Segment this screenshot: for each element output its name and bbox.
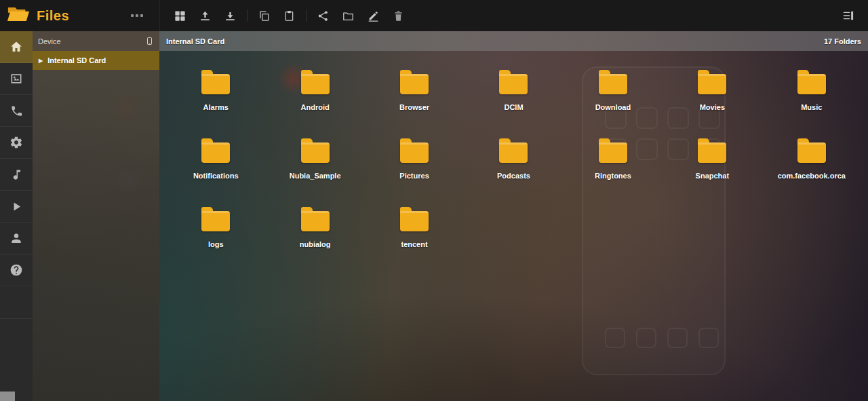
folder-icon	[400, 211, 429, 231]
gallery-image-icon	[9, 72, 23, 85]
folder-item[interactable]: com.facebook.orca	[762, 137, 861, 190]
rail-item-music[interactable]	[0, 159, 33, 191]
folder-label: logs	[208, 240, 224, 248]
device-label: Device	[38, 37, 61, 45]
folder-item[interactable]: Browser	[365, 69, 464, 121]
delete-button[interactable]	[388, 5, 408, 26]
folder-icon	[797, 142, 826, 163]
gear-icon	[9, 136, 23, 149]
copy-button[interactable]	[254, 5, 274, 26]
folder-icon	[599, 74, 627, 94]
sidebar: Device ▶ Internal SD Card	[33, 31, 159, 401]
folder-item[interactable]: Podcasts	[464, 137, 563, 190]
play-icon	[10, 200, 23, 213]
folder-label: Podcasts	[497, 172, 530, 180]
rail-spacer	[0, 286, 33, 319]
folder-item[interactable]: Movies	[663, 69, 762, 121]
upload-button[interactable]	[195, 5, 215, 26]
rail-item-settings[interactable]	[0, 127, 33, 159]
folder-icon	[698, 74, 726, 94]
current-location-label: Internal SD Card	[166, 37, 224, 45]
folder-icon	[400, 142, 429, 163]
toolbar-separator	[306, 9, 307, 22]
folder-icon	[301, 211, 330, 231]
folder-item[interactable]: tencent	[365, 206, 464, 259]
folder-icon	[698, 142, 726, 163]
download-button[interactable]	[220, 5, 240, 26]
person-icon	[9, 231, 23, 245]
overflow-menu-icon[interactable]	[131, 14, 143, 17]
folder-item[interactable]: Download	[564, 69, 663, 121]
path-bar: Internal SD Card 17 Folders	[159, 31, 868, 51]
tree-expander-icon[interactable]: ▶	[39, 58, 43, 64]
folder-item[interactable]: Notifications	[166, 137, 265, 190]
details-panel-button[interactable]	[838, 5, 859, 26]
rename-button[interactable]	[363, 5, 383, 26]
smartphone-icon	[145, 36, 154, 46]
folder-icon	[201, 142, 230, 163]
rail-item-contacts[interactable]	[0, 223, 33, 254]
rename-edit-icon	[367, 9, 380, 22]
folder-icon	[599, 142, 627, 163]
folder-label: Android	[301, 103, 330, 111]
sidebar-item-label: Internal SD Card	[47, 56, 106, 64]
top-bar: Files	[0, 0, 868, 31]
folder-icon	[301, 74, 330, 94]
folder-label: Movies	[700, 103, 725, 111]
rail-item-videos[interactable]	[0, 191, 33, 223]
rail-filler	[0, 319, 33, 392]
folder-icon	[400, 74, 429, 94]
new-folder-icon	[342, 9, 355, 22]
toolbar	[159, 0, 868, 31]
toolbar-separator	[247, 9, 248, 22]
copy-icon	[258, 9, 271, 22]
app-title: Files	[37, 8, 69, 24]
folder-item[interactable]: Snapchat	[663, 137, 762, 190]
trash-icon	[392, 9, 405, 22]
folder-icon	[499, 74, 528, 94]
view-grid-button[interactable]	[170, 5, 190, 26]
download-icon	[224, 9, 237, 22]
folder-label: Snapchat	[696, 172, 730, 180]
folder-label: Music	[801, 103, 822, 111]
folder-icon	[201, 211, 230, 231]
folder-label: com.facebook.orca	[778, 172, 846, 180]
folder-label: DCIM	[504, 103, 523, 111]
folder-icon	[301, 142, 330, 163]
share-button[interactable]	[313, 5, 333, 26]
folder-item[interactable]: Nubia_Sample	[265, 137, 364, 190]
folder-item[interactable]: DCIM	[464, 69, 563, 121]
phone-icon	[10, 104, 23, 117]
folder-item[interactable]: Music	[762, 69, 861, 121]
details-panel-icon	[842, 9, 855, 22]
folder-label: Download	[595, 103, 631, 111]
folder-item[interactable]: Ringtones	[564, 137, 663, 190]
rail-item-phone[interactable]	[0, 95, 33, 127]
rail-item-gallery[interactable]	[0, 63, 33, 95]
folder-item[interactable]: Alarms	[166, 69, 265, 121]
folder-label: nubialog	[300, 240, 331, 248]
share-icon	[317, 9, 330, 22]
folder-label: Browser	[399, 103, 429, 111]
folder-count-label: 17 Folders	[824, 37, 861, 45]
folder-icon	[797, 74, 826, 94]
rail-item-help[interactable]	[0, 254, 33, 286]
folder-label: Nubia_Sample	[290, 172, 341, 180]
music-note-icon	[10, 168, 23, 181]
folder-label: Ringtones	[595, 172, 631, 180]
left-rail	[0, 31, 33, 401]
view-grid-icon	[174, 9, 186, 22]
folder-item[interactable]: logs	[166, 206, 265, 259]
sidebar-device-header[interactable]: Device	[33, 31, 159, 51]
folder-item[interactable]: nubialog	[265, 206, 364, 259]
rail-item-home[interactable]	[0, 31, 33, 63]
upload-icon	[199, 9, 212, 22]
folder-icon	[499, 142, 528, 163]
paste-button[interactable]	[279, 5, 299, 26]
app-brand: Files	[0, 0, 159, 31]
folder-item[interactable]: Pictures	[365, 137, 464, 190]
new-folder-button[interactable]	[338, 5, 358, 26]
rail-scroll-corner	[0, 392, 15, 401]
sidebar-item-internal-sd-card[interactable]: ▶ Internal SD Card	[33, 51, 159, 70]
folder-item[interactable]: Android	[265, 69, 364, 121]
